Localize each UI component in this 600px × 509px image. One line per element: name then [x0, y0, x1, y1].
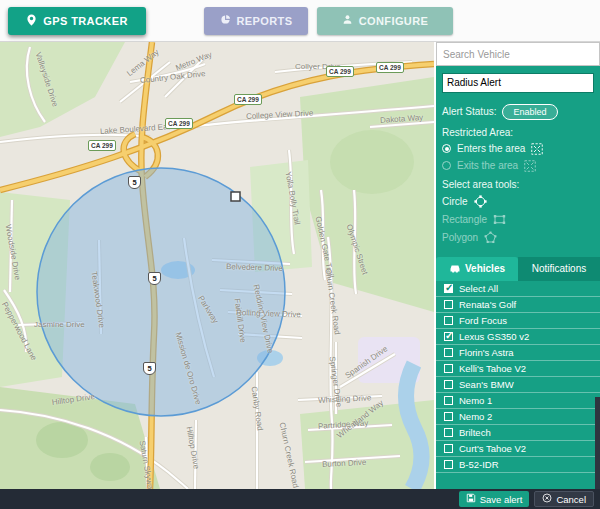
vehicle-checkbox[interactable]: [444, 396, 453, 405]
vehicle-checkbox[interactable]: [444, 380, 453, 389]
map-background: [0, 42, 434, 489]
button-label: Cancel: [556, 494, 586, 505]
vehicle-checkbox[interactable]: [444, 284, 453, 293]
vehicle-checkbox[interactable]: [444, 332, 453, 341]
alert-status-toggle[interactable]: Enabled: [502, 104, 557, 120]
top-nav: GPS TRACKER REPORTS CONFIGURE: [0, 0, 600, 42]
vehicle-row[interactable]: Kelli's Tahoe V2: [436, 361, 600, 377]
vehicle-row[interactable]: Ford Focus: [436, 313, 600, 329]
radio-unselected-icon: [442, 161, 451, 170]
restricted-area-label: Restricted Area:: [442, 127, 594, 138]
search-vehicle-input[interactable]: [436, 42, 600, 66]
polygon-tool-icon: [484, 231, 497, 244]
tab-label: REPORTS: [237, 15, 293, 27]
option-label: Enters the area: [457, 143, 525, 154]
restricted-enters-option[interactable]: Enters the area: [442, 143, 594, 155]
radio-selected-icon: [442, 144, 451, 153]
tool-label: Rectangle: [442, 214, 487, 225]
vehicle-checkbox[interactable]: [444, 316, 453, 325]
alert-radius-circle[interactable]: [37, 168, 285, 416]
restricted-exits-option[interactable]: Exits the area: [442, 160, 594, 172]
tab-label: GPS TRACKER: [43, 15, 127, 27]
cancel-x-icon: [542, 493, 552, 505]
vehicle-label: B-52-IDR: [459, 459, 499, 470]
circle-tool-icon: [474, 195, 487, 208]
vehicle-list: Select All Renata's Golf Ford Focus Lexu…: [436, 281, 600, 490]
save-alert-button[interactable]: Save alert: [459, 491, 530, 507]
button-label: Save alert: [480, 494, 523, 505]
vehicle-row[interactable]: B-52-IDR: [436, 457, 600, 473]
vehicle-label: Select All: [459, 283, 498, 294]
tab-configure[interactable]: CONFIGURE: [317, 7, 453, 35]
tab-gps-tracker[interactable]: GPS TRACKER: [8, 7, 146, 35]
vehicle-checkbox[interactable]: [444, 444, 453, 453]
vehicle-checkbox[interactable]: [444, 300, 453, 309]
bottom-action-bar: Save alert Cancel: [0, 489, 600, 509]
exit-area-icon: [524, 160, 536, 172]
cancel-button[interactable]: Cancel: [534, 491, 594, 507]
rectangle-tool-icon: [493, 213, 506, 226]
vehicle-checkbox[interactable]: [444, 460, 453, 469]
vehicle-label: Nemo 1: [459, 395, 492, 406]
vehicle-row[interactable]: Nemo 1: [436, 393, 600, 409]
alert-settings-panel: Alert Status: Enabled Restricted Area: E…: [436, 66, 600, 249]
tool-label: Polygon: [442, 232, 478, 243]
app-window: GPS TRACKER REPORTS CONFIGURE: [0, 0, 600, 509]
tool-label: Circle: [442, 196, 468, 207]
vehicle-label: Kelli's Tahoe V2: [459, 363, 526, 374]
alert-name-input[interactable]: [442, 73, 594, 93]
user-config-icon: [342, 14, 353, 27]
circle-resize-handle[interactable]: [231, 192, 240, 201]
vehicle-checkbox[interactable]: [444, 364, 453, 373]
vehicle-row[interactable]: Sean's BMW: [436, 377, 600, 393]
vehicle-label: Lexus GS350 v2: [459, 331, 529, 342]
tab-label: Vehicles: [465, 263, 505, 274]
car-icon: [449, 263, 461, 275]
vehicle-checkbox[interactable]: [444, 428, 453, 437]
vehicle-label: Sean's BMW: [459, 379, 514, 390]
tool-circle[interactable]: Circle: [442, 195, 594, 208]
tool-polygon[interactable]: Polygon: [442, 231, 594, 244]
vehicle-row[interactable]: Curt's Tahoe V2: [436, 441, 600, 457]
vehicle-label: Ford Focus: [459, 315, 507, 326]
vehicle-label: Renata's Golf: [459, 299, 516, 310]
option-label: Exits the area: [457, 160, 518, 171]
vehicle-row[interactable]: Lexus GS350 v2: [436, 329, 600, 345]
alert-status-label: Alert Status:: [442, 106, 496, 117]
sidebar-tabs: Vehicles Notifications: [436, 257, 600, 281]
gps-pin-icon: [26, 14, 37, 28]
vehicle-row[interactable]: Select All: [436, 281, 600, 297]
pie-chart-icon: [220, 14, 231, 27]
tool-rectangle[interactable]: Rectangle: [442, 213, 594, 226]
alert-status-row: Alert Status: Enabled: [442, 104, 594, 120]
tab-label: Notifications: [532, 263, 586, 274]
tab-reports[interactable]: REPORTS: [204, 7, 308, 35]
vehicle-label: Florin's Astra: [459, 347, 514, 358]
vehicle-label: Nemo 2: [459, 411, 492, 422]
vehicle-label: Briltech: [459, 427, 491, 438]
vehicle-row[interactable]: Briltech: [436, 425, 600, 441]
save-floppy-icon: [466, 493, 476, 505]
tab-label: CONFIGURE: [359, 15, 429, 27]
enter-area-icon: [531, 143, 543, 155]
vehicle-checkbox[interactable]: [444, 348, 453, 357]
tab-notifications[interactable]: Notifications: [518, 257, 600, 281]
map-canvas[interactable]: Valleyside DriveLema WayMetro WayCountry…: [0, 42, 434, 489]
vehicle-label: Curt's Tahoe V2: [459, 443, 526, 454]
tab-vehicles[interactable]: Vehicles: [436, 257, 518, 281]
vehicle-row[interactable]: Florin's Astra: [436, 345, 600, 361]
vehicle-row[interactable]: Renata's Golf: [436, 297, 600, 313]
alert-config-sidebar: Alert Status: Enabled Restricted Area: E…: [434, 42, 600, 489]
vehicle-list-scrollbar[interactable]: [595, 397, 600, 489]
area-tools-label: Select area tools:: [442, 179, 594, 190]
vehicle-row[interactable]: Nemo 2: [436, 409, 600, 425]
vehicle-checkbox[interactable]: [444, 412, 453, 421]
